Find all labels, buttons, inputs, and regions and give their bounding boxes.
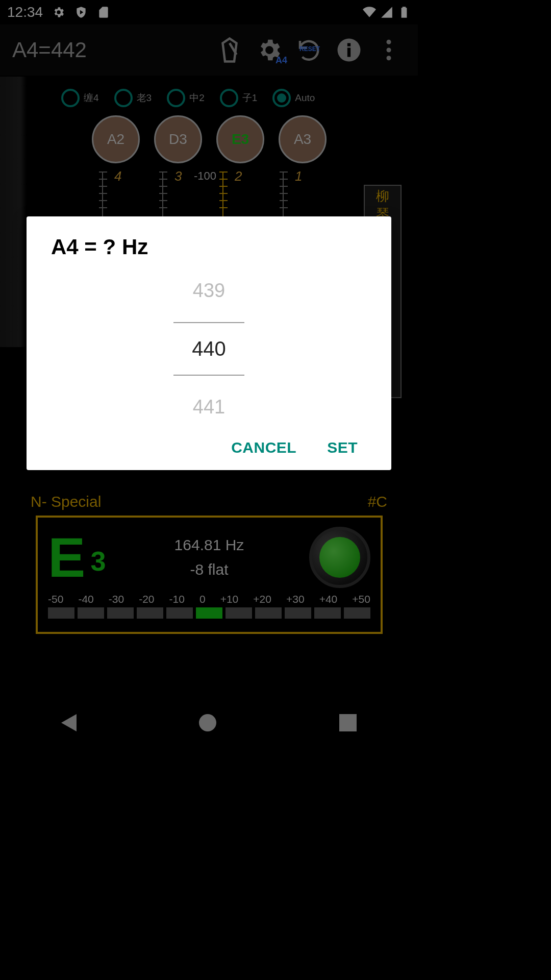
a4-dialog: A4 = ? Hz 439 440 441 CANCEL SET [27, 216, 391, 470]
picker-current[interactable]: 440 [173, 322, 244, 376]
set-button[interactable]: SET [324, 438, 361, 457]
hz-number-picker[interactable]: 439 440 441 [51, 280, 367, 418]
dialog-title: A4 = ? Hz [51, 235, 367, 259]
cancel-button[interactable]: CANCEL [228, 438, 299, 457]
picker-prev[interactable]: 439 [193, 280, 225, 302]
picker-next[interactable]: 441 [193, 396, 225, 418]
